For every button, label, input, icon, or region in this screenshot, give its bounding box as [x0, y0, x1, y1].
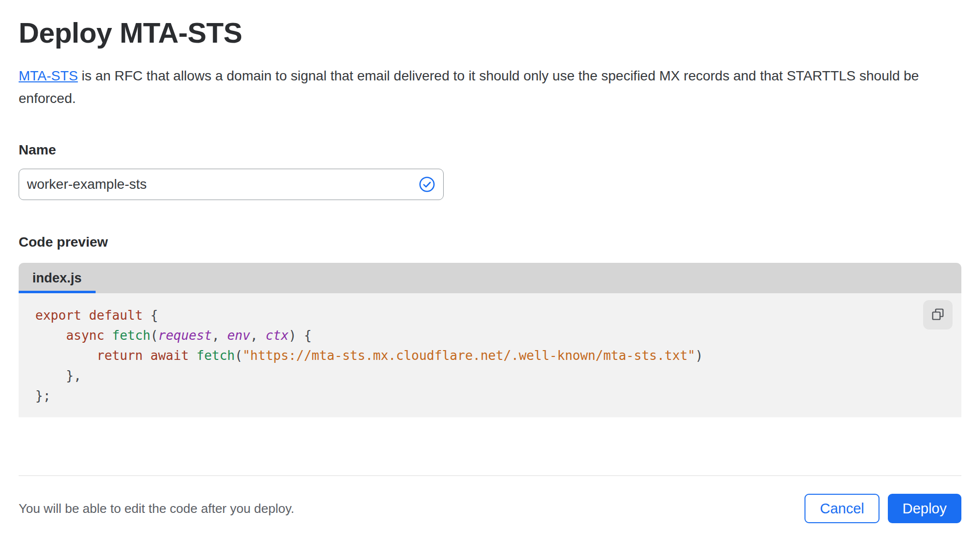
code-editor: export default { async fetch(request, en…: [19, 293, 961, 417]
deploy-mta-sts-page: Deploy MTA-STS MTA-STS is an RFC that al…: [0, 17, 980, 523]
name-label: Name: [19, 142, 961, 158]
copy-icon: [930, 306, 946, 324]
description-text: is an RFC that allows a domain to signal…: [19, 68, 919, 106]
code-preview-label: Code preview: [19, 234, 961, 250]
footer-note: You will be able to edit the code after …: [19, 501, 294, 516]
footer-divider: [19, 475, 961, 476]
footer-actions: Cancel Deploy: [804, 494, 961, 523]
footer: You will be able to edit the code after …: [19, 480, 961, 523]
cancel-button[interactable]: Cancel: [804, 494, 879, 523]
code-content: export default { async fetch(request, en…: [35, 305, 912, 406]
mta-sts-link[interactable]: MTA-STS: [19, 68, 78, 83]
tab-index-js[interactable]: index.js: [19, 263, 96, 293]
copy-button[interactable]: [923, 300, 953, 330]
tab-label: index.js: [32, 271, 82, 286]
page-title: Deploy MTA-STS: [19, 17, 961, 49]
name-input-wrap: [19, 169, 444, 200]
code-tab-bar: index.js: [19, 263, 961, 293]
code-preview-panel: index.js export default { async fetch(re…: [19, 263, 961, 417]
description: MTA-STS is an RFC that allows a domain t…: [19, 65, 935, 110]
deploy-button[interactable]: Deploy: [888, 494, 961, 523]
check-circle-icon: [419, 176, 435, 193]
name-input[interactable]: [19, 169, 444, 200]
